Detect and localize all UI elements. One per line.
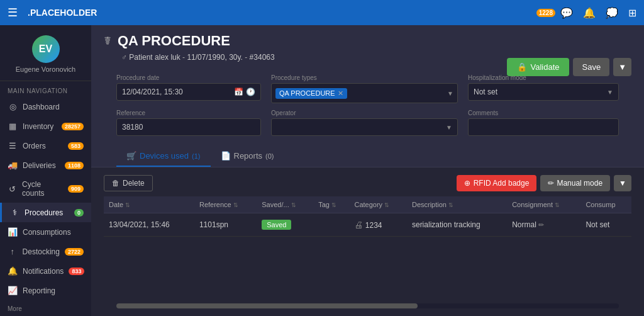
chat-icon[interactable]: 💭	[606, 7, 618, 19]
category-value: 1234	[365, 221, 382, 230]
category-sort-icon[interactable]: ⇅	[384, 202, 389, 208]
col-header-tag: Tag ⇅	[313, 196, 349, 213]
procedure-type-remove-icon[interactable]: ✕	[338, 89, 343, 98]
consignment-col-label: Consignment	[512, 201, 553, 208]
col-header-description: Description ⇅	[407, 196, 507, 213]
tabs-row: 🛒 Devices used (1) 📄 Reports (0)	[104, 146, 631, 167]
horizontal-scrollbar-thumb[interactable]	[116, 303, 418, 308]
hospitalization-input[interactable]: Not set ▼	[468, 83, 619, 101]
patient-label: Patient	[129, 53, 152, 62]
procedure-types-input[interactable]: QA PROCEDURE ✕ ▼	[271, 83, 458, 103]
tab-reports-label: Reports	[234, 151, 263, 161]
main-layout: EV Eugene Voronovich Main Navigation ◎ D…	[0, 25, 644, 316]
sidebar-item-deliveries[interactable]: 🚚 Deliveries 1108	[0, 155, 91, 175]
procedure-title: QA PROCEDURE	[118, 33, 230, 49]
manual-label: Manual mode	[557, 179, 602, 188]
clock-icon[interactable]: 🕐	[246, 87, 255, 96]
reference-label: Reference	[116, 110, 261, 116]
user-avatar-section: EV Eugene Voronovich	[0, 30, 91, 81]
consignment-edit-icon[interactable]: ✏	[538, 221, 544, 229]
sidebar-item-dashboard[interactable]: ◎ Dashboard	[0, 97, 91, 116]
operator-arrow-icon[interactable]: ▼	[446, 124, 452, 131]
rfid-add-badge-button[interactable]: ⊕ RFID Add badge	[457, 175, 537, 191]
table-row[interactable]: 13/04/2021, 15:46 1101spn Saved 🖨 1234 s…	[104, 213, 631, 237]
procedure-date-value: 12/04/2021, 15:30	[122, 87, 183, 96]
tab-devices-count: (1)	[192, 152, 200, 160]
save-button[interactable]: Save	[573, 58, 609, 76]
sidebar-item-consumptions[interactable]: 📊 Consumptions	[0, 222, 91, 242]
procedure-title-row: ☤ QA PROCEDURE	[104, 33, 631, 49]
pencil-icon: ✏	[548, 179, 554, 188]
app-logo: .PLACEHOLDER	[28, 8, 97, 18]
bell-icon[interactable]: 🔔	[583, 7, 596, 19]
sidebar-label-dashboard: Dashboard	[23, 103, 60, 111]
sidebar-label-reporting: Reporting	[23, 286, 55, 295]
date-sort-icon[interactable]: ⇅	[125, 202, 130, 208]
saved-col-label: Saved/...	[262, 201, 289, 208]
hospitalization-value: Not set	[474, 87, 497, 96]
reference-input[interactable]: 38180	[116, 118, 261, 136]
col-header-reference: Reference ⇅	[194, 196, 257, 213]
content-header: ☤ QA PROCEDURE ♂ Patient alex luk - 11/0…	[91, 25, 644, 167]
sidebar-item-notifications[interactable]: 🔔 Notifications 833	[0, 261, 91, 281]
delete-button[interactable]: 🗑 Delete	[104, 175, 153, 191]
category-col-label: Category	[354, 201, 382, 208]
col-header-saved: Saved/... ⇅	[257, 196, 313, 213]
message-icon[interactable]: 💬	[560, 7, 573, 19]
sidebar-label-orders: Orders	[23, 142, 46, 150]
orders-badge: 583	[68, 142, 84, 150]
sidebar-item-reporting[interactable]: 📈 Reporting	[0, 281, 91, 300]
sidebar-label-deliveries: Deliveries	[23, 161, 56, 170]
sidebar-item-destocking[interactable]: ↑ Destocking 2722	[0, 242, 91, 261]
hamburger-icon[interactable]: ☰	[8, 6, 18, 20]
notifications-badge: 833	[69, 268, 84, 275]
destocking-badge: 2722	[65, 248, 84, 256]
manual-mode-button[interactable]: ✏ Manual mode	[540, 175, 610, 191]
sidebar-item-inventory[interactable]: ▦ Inventory 28257	[0, 116, 91, 136]
description-sort-icon[interactable]: ⇅	[448, 202, 453, 208]
calendar-icon[interactable]: 📅	[234, 87, 243, 96]
sidebar-item-procedures[interactable]: ⚕ Procedures 0	[0, 203, 91, 222]
hospitalization-arrow-icon[interactable]: ▼	[607, 89, 613, 96]
cell-consignment: Normal ✏	[507, 213, 580, 237]
avatar: EV	[32, 35, 60, 63]
procedure-types-arrow-icon[interactable]: ▼	[447, 90, 453, 97]
trash-icon: 🗑	[112, 179, 119, 188]
form-row-2: Reference 38180 Operator ▼ Comments	[104, 103, 631, 141]
procedure-date-input[interactable]: 12/04/2021, 15:30 📅 🕐	[116, 83, 261, 101]
sidebar-item-orders[interactable]: ☰ Orders 583	[0, 136, 91, 155]
procedures-badge: 0	[74, 209, 84, 217]
reference-sort-icon[interactable]: ⇅	[233, 202, 238, 208]
manual-mode-dropdown-button[interactable]: ▼	[614, 175, 631, 191]
inventory-badge: 28257	[62, 123, 84, 130]
horizontal-scrollbar-track[interactable]	[116, 303, 619, 308]
orders-icon: ☰	[8, 141, 18, 150]
table-header-row: Date ⇅ Reference ⇅ Saved/... ⇅ Tag	[104, 196, 631, 213]
deliveries-icon: 🚚	[8, 161, 18, 170]
grid-icon[interactable]: ⊞	[628, 7, 636, 19]
procedure-date-label: Procedure date	[116, 74, 261, 81]
saved-sort-icon[interactable]: ⇅	[291, 202, 296, 208]
tag-sort-icon[interactable]: ⇅	[331, 202, 336, 208]
sidebar: EV Eugene Voronovich Main Navigation ◎ D…	[0, 25, 91, 316]
tab-reports-count: (0)	[265, 152, 274, 160]
save-dropdown-button[interactable]: ▼	[613, 58, 631, 76]
consignment-sort-icon[interactable]: ⇅	[555, 202, 560, 208]
sidebar-item-cycle-counts[interactable]: ↺ Cycle counts 909	[0, 175, 91, 203]
topbar: ☰ .PLACEHOLDER 1228 💬 🔔 💭 ⊞	[0, 0, 644, 25]
reports-icon: 📄	[221, 151, 231, 161]
status-badge: Saved	[262, 220, 291, 230]
validate-button[interactable]: 🔒 Validate	[507, 58, 569, 76]
tab-devices-used[interactable]: 🛒 Devices used (1)	[116, 146, 211, 167]
comments-label: Comments	[468, 110, 619, 116]
comments-input[interactable]	[468, 118, 619, 136]
operator-input[interactable]: ▼	[271, 118, 458, 136]
cycle-counts-badge: 909	[68, 185, 84, 193]
table-toolbar: 🗑 Delete ⊕ RFID Add badge ✏ Manual mode …	[104, 175, 631, 191]
cell-consump: Not set	[580, 213, 631, 237]
date-col-label: Date	[109, 201, 123, 208]
tab-reports[interactable]: 📄 Reports (0)	[211, 146, 284, 167]
destocking-icon: ↑	[8, 247, 18, 256]
lock-icon: 🔒	[517, 62, 527, 72]
tag-col-label: Tag	[318, 201, 330, 208]
